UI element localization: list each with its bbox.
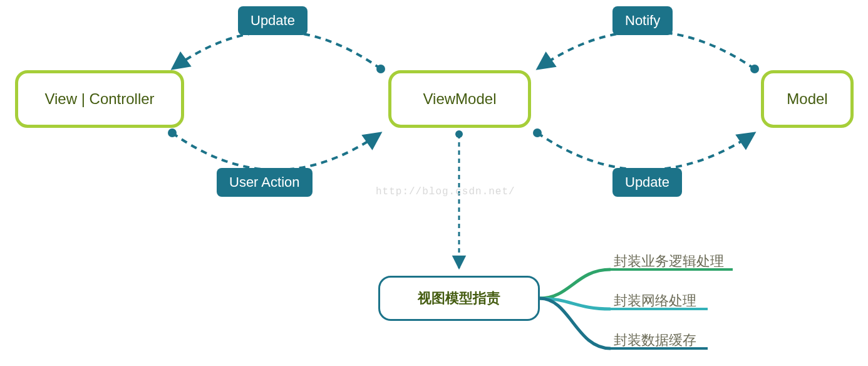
user-action-label: User Action — [217, 168, 313, 197]
responsibility-item: 封装数据缓存 — [614, 331, 696, 350]
svg-point-0 — [376, 65, 385, 73]
model-label: Model — [787, 90, 827, 108]
viewmodel-label: ViewModel — [423, 90, 497, 108]
svg-point-4 — [455, 130, 463, 138]
update-left-label: Update — [238, 6, 307, 35]
svg-point-1 — [168, 128, 177, 137]
notify-label: Notify — [612, 6, 673, 35]
view-controller-node: View | Controller — [15, 70, 184, 128]
viewmodel-node: ViewModel — [388, 70, 531, 128]
model-node: Model — [761, 70, 854, 128]
responsibility-item: 封装网络处理 — [614, 291, 696, 310]
update-right-label: Update — [612, 168, 682, 197]
svg-point-2 — [750, 65, 759, 73]
responsibility-item: 封装业务逻辑处理 — [614, 252, 724, 271]
responsibility-node: 视图模型指责 — [378, 276, 540, 321]
watermark-text: http://blog.csdn.net/ — [376, 186, 515, 197]
svg-point-3 — [533, 128, 542, 137]
responsibility-title: 视图模型指责 — [418, 289, 500, 308]
view-controller-label: View | Controller — [44, 90, 154, 108]
